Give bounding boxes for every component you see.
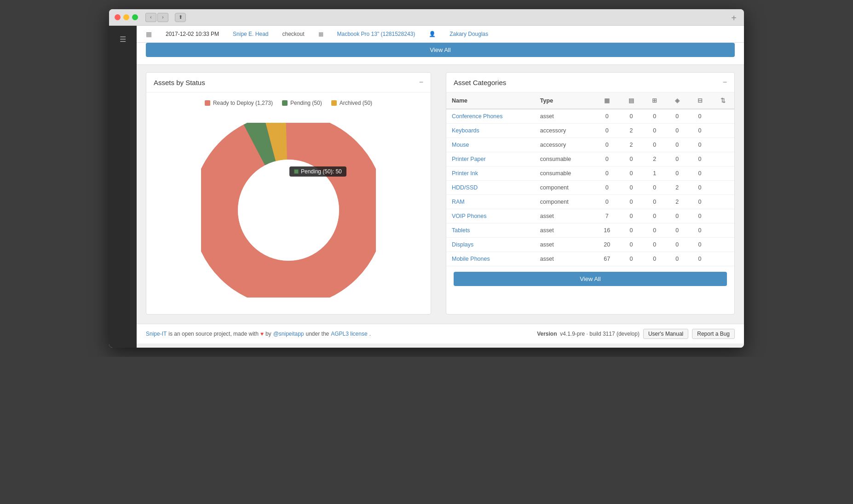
activity-asset[interactable]: Macbook Pro 13" (1281528243) (337, 31, 415, 37)
report-bug-button[interactable]: Report a Bug (692, 329, 735, 339)
sidebar-menu-icon[interactable]: ☰ (109, 31, 137, 47)
row-name-link-9[interactable]: Displays (452, 241, 473, 248)
table-row: RAM component 0 0 0 2 0 (446, 195, 734, 209)
row-type-8: asset (535, 223, 594, 238)
version-label: Version (537, 331, 557, 337)
row-type-7: asset (535, 209, 594, 223)
users-manual-button[interactable]: User's Manual (643, 329, 688, 339)
row-c4-6: 2 (666, 195, 689, 209)
row-name-link-4[interactable]: Printer Ink (452, 170, 478, 177)
row-name-link-5[interactable]: HDD/SSD (452, 184, 478, 191)
table-row: Tablets asset 16 0 0 0 0 (446, 223, 734, 238)
row-name-link-8[interactable]: Tablets (452, 227, 470, 234)
row-name-0: Conference Phones (446, 109, 535, 124)
col-name: Name (446, 92, 535, 109)
row-type-4: consumable (535, 166, 594, 181)
table-row: Mouse accessory 0 2 0 0 0 (446, 138, 734, 152)
row-c4-1: 0 (666, 124, 689, 138)
row-c2-2: 2 (619, 138, 643, 152)
twitter-link[interactable]: @snipeitapp (273, 331, 304, 337)
panel-header-left: Assets by Status − (146, 73, 431, 92)
row-c3-10: 0 (643, 252, 666, 266)
row-name-link-10[interactable]: Mobile Phones (452, 256, 490, 262)
legend-ready: Ready to Deploy (1,273) (205, 100, 273, 106)
title-bar: ‹ › ⬆ + (109, 9, 744, 26)
row-name-link-0[interactable]: Conference Phones (452, 113, 503, 120)
footer-text4: . (369, 331, 371, 337)
row-c6-3 (711, 152, 734, 166)
activity-assigned-to[interactable]: Zakary Douglas (450, 31, 488, 37)
footer-right: Version v4.1.9-pre · build 3117 (develop… (537, 329, 735, 339)
back-button[interactable]: ‹ (145, 13, 156, 22)
collapse-right-button[interactable]: − (723, 78, 727, 86)
row-c1-7: 7 (594, 209, 619, 223)
row-c5-7: 0 (688, 209, 711, 223)
footer-text1: is an open source project, made with (168, 331, 258, 337)
row-name-5: HDD/SSD (446, 181, 535, 195)
row-c6-8 (711, 223, 734, 238)
license-link[interactable]: AGPL3 license (331, 331, 367, 337)
col-image-icon: ⊞ (643, 92, 666, 109)
nav-buttons: ‹ › (145, 13, 168, 22)
row-name-link-7[interactable]: VOIP Phones (452, 213, 487, 219)
maximize-button[interactable] (132, 14, 138, 20)
row-name-link-2[interactable]: Mouse (452, 142, 469, 148)
legend-archived-dot (331, 100, 337, 106)
row-name-link-3[interactable]: Printer Paper (452, 156, 486, 162)
row-c5-2: 0 (688, 138, 711, 152)
legend-pending-label: Pending (50) (290, 100, 322, 106)
row-c2-1: 2 (619, 124, 643, 138)
share-icon: ⬆ (179, 14, 183, 20)
activity-user[interactable]: Snipe E. Head (233, 31, 268, 37)
row-name-link-6[interactable]: RAM (452, 199, 465, 205)
col-checkin-icon: ▤ (619, 92, 643, 109)
table-row: VOIP Phones asset 7 0 0 0 0 (446, 209, 734, 223)
forward-button[interactable]: › (157, 13, 168, 22)
donut-chart: Pending (50): 50 (154, 114, 423, 307)
row-type-9: asset (535, 238, 594, 252)
row-c6-4 (711, 166, 734, 181)
asset-categories-title: Asset Categories (454, 79, 506, 86)
view-all-table-button[interactable]: View All (454, 272, 727, 286)
brand-link[interactable]: Snipe-IT (146, 331, 167, 337)
row-c2-9: 0 (619, 238, 643, 252)
row-c4-8: 0 (666, 223, 689, 238)
row-type-5: component (535, 181, 594, 195)
row-name-link-1[interactable]: Keyboards (452, 127, 479, 134)
view-all-button[interactable]: View All (146, 43, 735, 57)
legend-ready-label: Ready to Deploy (1,273) (213, 100, 273, 106)
row-c4-9: 0 (666, 238, 689, 252)
legend-ready-dot (205, 100, 210, 106)
row-c3-6: 0 (643, 195, 666, 209)
minimize-button[interactable] (123, 14, 129, 20)
asset-categories-table: Name Type ▦ ▤ ⊞ (446, 92, 734, 266)
row-name-10: Mobile Phones (446, 252, 535, 266)
collapse-left-button[interactable]: − (419, 78, 423, 86)
table-row: Displays asset 20 0 0 0 0 (446, 238, 734, 252)
row-c1-8: 16 (594, 223, 619, 238)
row-c3-9: 0 (643, 238, 666, 252)
row-c1-1: 0 (594, 124, 619, 138)
row-c4-5: 2 (666, 181, 689, 195)
row-c2-8: 0 (619, 223, 643, 238)
donut-svg (201, 123, 376, 298)
table-row: Mobile Phones asset 67 0 0 0 0 (446, 252, 734, 266)
row-c5-9: 0 (688, 238, 711, 252)
row-c1-9: 20 (594, 238, 619, 252)
add-tab-button[interactable]: + (731, 13, 737, 23)
row-c5-5: 0 (688, 181, 711, 195)
activity-date: 2017-12-02 10:33 PM (166, 31, 219, 37)
table-row: HDD/SSD component 0 0 0 2 0 (446, 181, 734, 195)
row-c6-7 (711, 209, 734, 223)
chart-tooltip: Pending (50): 50 (289, 166, 346, 177)
close-button[interactable] (115, 14, 121, 20)
sidebar: ☰ (109, 26, 137, 348)
share-button[interactable]: ⬆ (175, 13, 186, 22)
row-c6-2 (711, 138, 734, 152)
activity-sep: ▦ (318, 31, 323, 37)
row-c5-10: 0 (688, 252, 711, 266)
assets-by-status-title: Assets by Status (154, 79, 205, 86)
footer-left: Snipe-IT is an open source project, made… (146, 331, 371, 337)
row-c3-4: 1 (643, 166, 666, 181)
table-row: Keyboards accessory 0 2 0 0 0 (446, 124, 734, 138)
